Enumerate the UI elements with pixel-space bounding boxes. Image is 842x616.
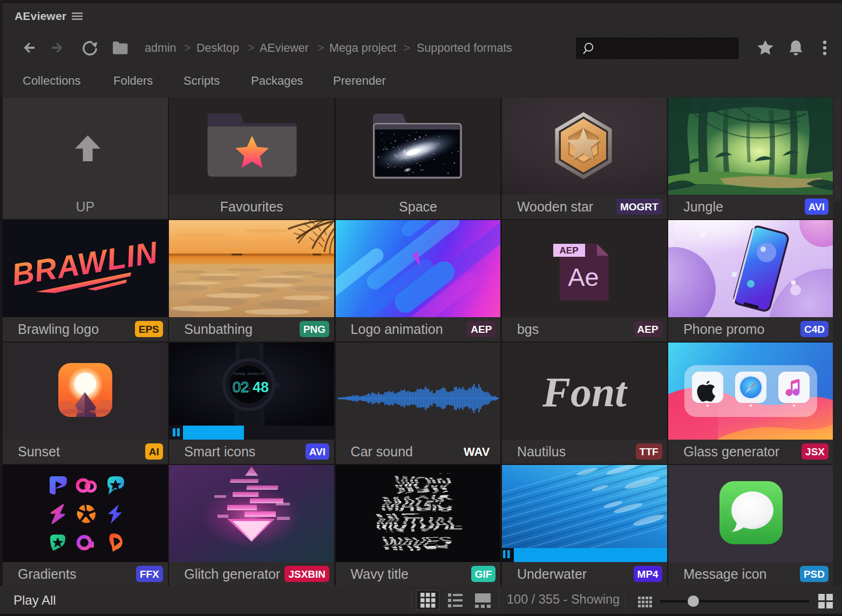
svg-text:AEP: AEP	[559, 245, 578, 256]
svg-text:Sunday, January 26: Sunday, January 26	[234, 372, 265, 376]
svg-text:48: 48	[253, 379, 269, 395]
svg-text:WAVES: WAVES	[383, 531, 450, 553]
svg-text::: :	[249, 386, 251, 392]
svg-text:Font: Font	[542, 368, 628, 415]
svg-text:02: 02	[233, 379, 249, 395]
svg-text:Ae: Ae	[568, 263, 599, 291]
